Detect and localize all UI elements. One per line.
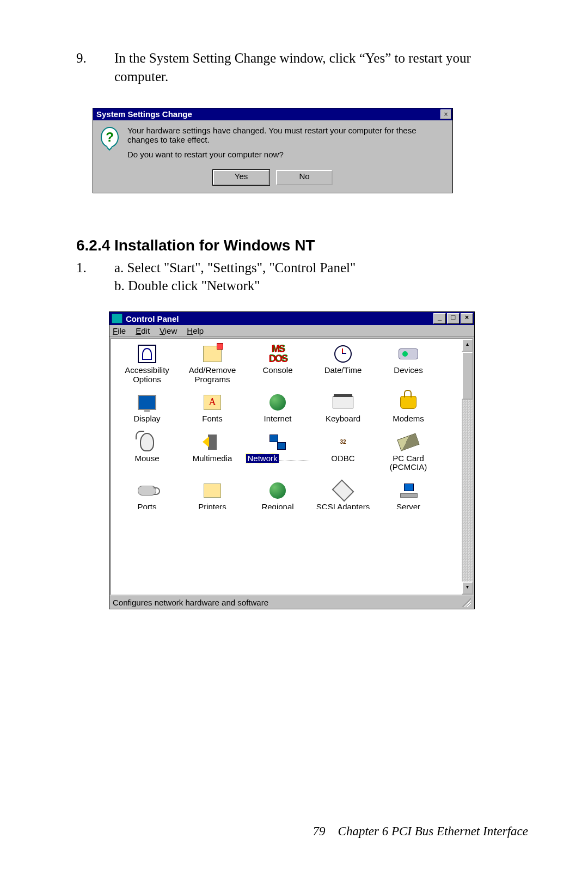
- globe-icon: [270, 394, 286, 411]
- vertical-scrollbar[interactable]: ▴ ▾: [462, 339, 473, 595]
- resize-grip-icon[interactable]: [462, 598, 471, 607]
- phone-icon: [400, 396, 416, 409]
- status-text: Configures network hardware and software: [113, 598, 268, 607]
- icon-server[interactable]: [376, 479, 441, 503]
- step-1: 1. a. Select "Start", "Settings", "Contr…: [76, 259, 528, 296]
- mouse-icon: [140, 433, 154, 451]
- dialog-line-2: Do you want to restart your computer now…: [127, 150, 445, 159]
- dialog-line-1: Your hardware settings have changed. You…: [127, 126, 445, 144]
- icon-accessibility-options[interactable]: Accessibility Options: [114, 342, 180, 390]
- icon-keyboard[interactable]: Keyboard: [310, 390, 376, 430]
- icon-date-time[interactable]: Date/Time: [310, 342, 376, 390]
- control-panel-window: Control Panel _ □ × File Edit View Help …: [109, 311, 475, 609]
- icon-regional[interactable]: [245, 479, 310, 503]
- step-1-number: 1.: [76, 259, 114, 296]
- cp-icon-area: Accessibility Options Add/Remove Program…: [111, 339, 462, 595]
- scsi-icon: [332, 479, 354, 501]
- icon-multimedia[interactable]: Multimedia: [180, 430, 245, 479]
- icon-fonts[interactable]: AFonts: [180, 390, 245, 430]
- icon-network[interactable]: Network: [245, 430, 310, 479]
- fonts-icon: A: [204, 395, 221, 410]
- dialog-title: System Settings Change: [96, 109, 192, 119]
- dialog-message: Your hardware settings have changed. You…: [127, 126, 445, 164]
- monitor-icon: [138, 395, 156, 410]
- scroll-down-icon[interactable]: ▾: [462, 582, 473, 595]
- system-settings-change-dialog: System Settings Change × ? Your hardware…: [93, 108, 453, 193]
- control-panel-icon: [112, 314, 122, 323]
- cp-title: Control Panel: [126, 314, 179, 323]
- scroll-thumb[interactable]: [462, 352, 473, 400]
- server-icon: [400, 484, 416, 498]
- close-icon[interactable]: ×: [461, 313, 473, 324]
- page-footer: 79 Chapter 6 PCI Bus Ethernet Interface: [313, 824, 528, 839]
- minimize-icon[interactable]: _: [433, 313, 446, 324]
- icon-ports[interactable]: [114, 479, 180, 503]
- icon-odbc[interactable]: 32ODBC: [310, 430, 376, 479]
- menu-view[interactable]: View: [160, 326, 177, 335]
- icon-modems[interactable]: Modems: [376, 390, 441, 430]
- network-icon: [270, 435, 286, 450]
- devices-icon: [399, 348, 418, 359]
- scroll-up-icon[interactable]: ▴: [462, 339, 473, 352]
- clock-icon: [334, 345, 352, 363]
- section-heading: 6.2.4 Installation for Windows NT: [76, 237, 528, 254]
- yes-button[interactable]: Yes: [213, 170, 270, 185]
- add-remove-icon: [203, 346, 222, 362]
- icon-internet[interactable]: Internet: [245, 390, 310, 430]
- icon-console[interactable]: MS DOSConsole: [245, 342, 310, 390]
- page-number: 79: [313, 824, 326, 838]
- icon-pc-card[interactable]: PC Card (PCMCIA): [376, 430, 441, 479]
- dialog-titlebar[interactable]: System Settings Change ×: [93, 108, 452, 120]
- icon-printers[interactable]: [180, 479, 245, 503]
- cropped-labels: Ports Printers Regional SCSI Adapters Se…: [114, 503, 461, 509]
- menu-edit[interactable]: Edit: [136, 326, 150, 335]
- ports-icon: [138, 486, 156, 495]
- scroll-track[interactable]: [462, 400, 473, 582]
- menu-file[interactable]: File: [113, 326, 126, 335]
- step-1a: a. Select "Start", "Settings", "Control …: [114, 259, 356, 277]
- odbc-icon: 32: [335, 434, 351, 450]
- menu-help[interactable]: Help: [187, 326, 204, 335]
- step-9-number: 9.: [76, 49, 114, 86]
- folder-icon: [204, 484, 221, 498]
- pccard-icon: [397, 433, 419, 451]
- maximize-icon[interactable]: □: [447, 313, 460, 324]
- keyboard-icon: [333, 396, 353, 408]
- step-9-text: In the System Setting Change window, cli…: [114, 49, 528, 86]
- cp-menubar: File Edit View Help: [109, 325, 474, 337]
- chapter-title: Chapter 6 PCI Bus Ethernet Interface: [338, 824, 528, 838]
- speaker-icon: [208, 435, 217, 450]
- icon-mouse[interactable]: Mouse: [114, 430, 180, 479]
- icon-add-remove-programs[interactable]: Add/Remove Programs: [180, 342, 245, 390]
- question-icon: ?: [101, 127, 119, 148]
- cp-titlebar[interactable]: Control Panel _ □ ×: [109, 312, 474, 325]
- icon-devices[interactable]: Devices: [376, 342, 441, 390]
- step-9: 9. In the System Setting Change window, …: [76, 49, 528, 86]
- icon-display[interactable]: Display: [114, 390, 180, 430]
- step-1b: b. Double click "Network": [114, 277, 356, 295]
- accessibility-icon: [138, 345, 156, 363]
- icon-scsi-adapters[interactable]: [310, 479, 376, 503]
- status-bar: Configures network hardware and software: [109, 596, 474, 609]
- close-icon[interactable]: ×: [440, 109, 451, 119]
- globe-icon: [270, 482, 286, 499]
- no-button[interactable]: No: [276, 170, 333, 185]
- console-icon: MS DOS: [267, 344, 289, 364]
